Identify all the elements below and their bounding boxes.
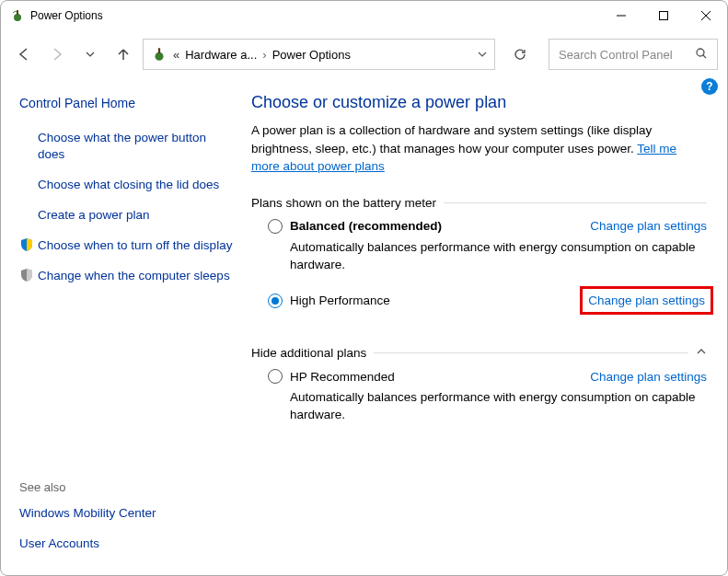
shield-icon <box>19 268 34 282</box>
see-also-label: See also <box>19 480 233 494</box>
change-settings-hp-recommended[interactable]: Change plan settings <box>590 370 707 384</box>
seealso-user-accounts[interactable]: User Accounts <box>19 536 99 553</box>
sidebar-link-closing-lid[interactable]: Choose what closing the lid does <box>38 177 219 194</box>
sidebar-link-create-plan[interactable]: Create a power plan <box>38 207 150 225</box>
change-settings-balanced[interactable]: Change plan settings <box>590 219 707 233</box>
section-battery-plans: Plans shown on the battery meter <box>251 196 707 210</box>
svg-rect-1 <box>17 10 18 15</box>
search-placeholder: Search Control Panel <box>559 48 673 62</box>
svg-point-0 <box>14 14 21 21</box>
sidebar-link-turn-off-display[interactable]: Choose when to turn off the display <box>38 237 232 255</box>
control-panel-icon <box>151 46 168 63</box>
plan-desc-hp-recommended: Automatically balances performance with … <box>290 389 707 424</box>
radio-high-performance[interactable] <box>268 294 283 308</box>
plan-name-high-performance[interactable]: High Performance <box>290 294 390 307</box>
breadcrumb-prefix: « <box>173 48 179 62</box>
main-panel: ? Choose or customize a power plan A pow… <box>242 78 727 575</box>
svg-line-9 <box>703 55 706 58</box>
recent-dropdown[interactable] <box>76 40 104 68</box>
help-icon[interactable]: ? <box>701 78 718 95</box>
plan-high-performance: High Performance Change plan settings <box>251 288 707 313</box>
seealso-mobility-center[interactable]: Windows Mobility Center <box>19 505 156 523</box>
chevron-down-icon[interactable] <box>478 48 487 62</box>
plan-hp-recommended: HP Recommended Change plan settings Auto… <box>251 369 707 424</box>
page-description: A power plan is a collection of hardware… <box>251 121 707 176</box>
chevron-up-icon <box>696 346 707 360</box>
svg-point-8 <box>697 49 704 56</box>
toolbar: « Hardware a... › Power Options Search C… <box>1 30 727 78</box>
sidebar-link-computer-sleeps[interactable]: Change when the computer sleeps <box>38 268 230 285</box>
plan-balanced: Balanced (recommended) Change plan setti… <box>251 219 707 274</box>
sidebar-link-power-button[interactable]: Choose what the power button does <box>38 130 233 165</box>
plan-name-balanced[interactable]: Balanced (recommended) <box>290 219 442 233</box>
window-title: Power Options <box>30 9 600 22</box>
plan-desc-balanced: Automatically balances performance with … <box>290 239 707 274</box>
address-bar[interactable]: « Hardware a... › Power Options <box>143 39 495 70</box>
search-input[interactable]: Search Control Panel <box>549 39 718 70</box>
search-icon <box>695 47 708 63</box>
radio-hp-recommended[interactable] <box>268 369 283 384</box>
up-button[interactable] <box>110 40 137 68</box>
maximize-button[interactable] <box>642 2 685 29</box>
titlebar: Power Options <box>1 1 727 30</box>
svg-rect-7 <box>158 48 160 53</box>
window-icon <box>10 8 25 23</box>
radio-balanced[interactable] <box>268 219 283 234</box>
refresh-button[interactable] <box>504 39 536 70</box>
section-additional-plans[interactable]: Hide additional plans <box>251 346 707 360</box>
svg-rect-3 <box>660 12 668 20</box>
chevron-right-icon: › <box>262 48 266 62</box>
plan-name-hp-recommended[interactable]: HP Recommended <box>290 370 395 384</box>
close-button[interactable] <box>685 2 727 29</box>
back-button[interactable] <box>10 40 38 68</box>
forward-button[interactable] <box>43 40 71 68</box>
svg-point-6 <box>156 52 164 61</box>
shield-icon <box>19 237 34 252</box>
breadcrumb-hardware[interactable]: Hardware a... <box>185 48 257 62</box>
control-panel-home-link[interactable]: Control Panel Home <box>19 95 233 113</box>
page-heading: Choose or customize a power plan <box>251 93 707 112</box>
change-settings-high-performance[interactable]: Change plan settings <box>588 294 705 307</box>
breadcrumb-power-options[interactable]: Power Options <box>272 48 351 62</box>
minimize-button[interactable] <box>600 2 642 29</box>
sidebar: Control Panel Home Choose what the power… <box>1 78 242 575</box>
highlight-annotation: Change plan settings <box>580 286 713 315</box>
